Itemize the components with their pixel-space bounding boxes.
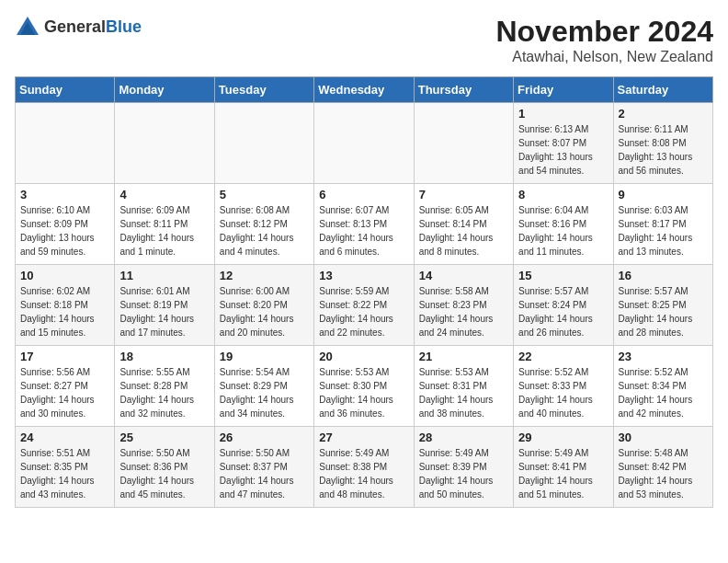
calendar-cell: 21Sunrise: 5:53 AMSunset: 8:31 PMDayligh… — [414, 346, 513, 427]
week-row-2: 3Sunrise: 6:10 AMSunset: 8:09 PMDaylight… — [16, 184, 713, 265]
day-info: Sunrise: 5:59 AMSunset: 8:22 PMDaylight:… — [319, 284, 408, 339]
calendar-cell: 6Sunrise: 6:07 AMSunset: 8:13 PMDaylight… — [314, 184, 414, 265]
day-number: 21 — [419, 350, 508, 363]
day-info: Sunrise: 5:49 AMSunset: 8:41 PMDaylight:… — [518, 446, 608, 501]
day-number: 11 — [119, 269, 209, 282]
day-number: 9 — [619, 188, 708, 201]
day-number: 15 — [518, 269, 608, 282]
day-number: 19 — [220, 350, 309, 363]
calendar-cell — [414, 103, 513, 184]
day-info: Sunrise: 6:13 AMSunset: 8:07 PMDaylight:… — [518, 122, 608, 178]
calendar-cell: 5Sunrise: 6:08 AMSunset: 8:12 PMDaylight… — [214, 184, 313, 265]
calendar-cell: 28Sunrise: 5:49 AMSunset: 8:39 PMDayligh… — [414, 427, 513, 508]
calendar-cell: 4Sunrise: 6:09 AMSunset: 8:11 PMDaylight… — [115, 184, 214, 265]
calendar-cell: 19Sunrise: 5:54 AMSunset: 8:29 PMDayligh… — [214, 346, 313, 427]
week-row-3: 10Sunrise: 6:02 AMSunset: 8:18 PMDayligh… — [16, 265, 713, 346]
calendar-cell: 15Sunrise: 5:57 AMSunset: 8:24 PMDayligh… — [514, 265, 613, 346]
col-header-saturday: Saturday — [613, 77, 712, 103]
day-info: Sunrise: 6:10 AMSunset: 8:09 PMDaylight:… — [20, 203, 109, 259]
day-number: 16 — [619, 269, 708, 282]
day-number: 4 — [119, 188, 209, 201]
col-header-monday: Monday — [115, 77, 214, 103]
day-info: Sunrise: 6:11 AMSunset: 8:08 PMDaylight:… — [619, 122, 708, 178]
calendar-cell: 16Sunrise: 5:57 AMSunset: 8:25 PMDayligh… — [613, 265, 712, 346]
day-info: Sunrise: 6:02 AMSunset: 8:18 PMDaylight:… — [20, 284, 109, 339]
day-number: 10 — [20, 269, 109, 282]
calendar-cell — [115, 103, 214, 184]
calendar-cell: 26Sunrise: 5:50 AMSunset: 8:37 PMDayligh… — [214, 427, 313, 508]
calendar-cell: 18Sunrise: 5:55 AMSunset: 8:28 PMDayligh… — [115, 346, 214, 427]
day-number: 23 — [619, 350, 708, 363]
day-number: 17 — [20, 350, 109, 363]
day-info: Sunrise: 5:57 AMSunset: 8:25 PMDaylight:… — [619, 284, 708, 339]
day-info: Sunrise: 6:00 AMSunset: 8:20 PMDaylight:… — [220, 284, 309, 339]
calendar-cell: 11Sunrise: 6:01 AMSunset: 8:19 PMDayligh… — [115, 265, 214, 346]
day-info: Sunrise: 5:49 AMSunset: 8:38 PMDaylight:… — [319, 446, 408, 501]
day-info: Sunrise: 6:03 AMSunset: 8:17 PMDaylight:… — [619, 203, 708, 259]
calendar-cell: 1Sunrise: 6:13 AMSunset: 8:07 PMDaylight… — [514, 103, 613, 184]
day-info: Sunrise: 5:51 AMSunset: 8:35 PMDaylight:… — [20, 446, 109, 501]
day-info: Sunrise: 5:56 AMSunset: 8:27 PMDaylight:… — [20, 365, 109, 420]
day-number: 25 — [119, 431, 209, 444]
calendar-cell: 22Sunrise: 5:52 AMSunset: 8:33 PMDayligh… — [514, 346, 613, 427]
calendar-cell: 17Sunrise: 5:56 AMSunset: 8:27 PMDayligh… — [16, 346, 115, 427]
day-number: 2 — [619, 107, 708, 121]
day-number: 30 — [619, 431, 708, 444]
day-info: Sunrise: 5:52 AMSunset: 8:34 PMDaylight:… — [619, 365, 708, 420]
day-info: Sunrise: 6:08 AMSunset: 8:12 PMDaylight:… — [220, 203, 309, 259]
calendar-cell: 20Sunrise: 5:53 AMSunset: 8:30 PMDayligh… — [314, 346, 414, 427]
day-info: Sunrise: 6:07 AMSunset: 8:13 PMDaylight:… — [319, 203, 408, 259]
day-number: 29 — [518, 431, 608, 444]
calendar-cell — [314, 103, 414, 184]
calendar-cell: 25Sunrise: 5:50 AMSunset: 8:36 PMDayligh… — [115, 427, 214, 508]
day-info: Sunrise: 6:01 AMSunset: 8:19 PMDaylight:… — [119, 284, 209, 339]
day-number: 6 — [319, 188, 408, 201]
calendar-cell: 30Sunrise: 5:48 AMSunset: 8:42 PMDayligh… — [613, 427, 712, 508]
day-number: 8 — [518, 188, 608, 201]
day-info: Sunrise: 5:53 AMSunset: 8:30 PMDaylight:… — [319, 365, 408, 420]
calendar-cell: 9Sunrise: 6:03 AMSunset: 8:17 PMDaylight… — [613, 184, 712, 265]
day-number: 27 — [319, 431, 408, 444]
calendar-cell: 3Sunrise: 6:10 AMSunset: 8:09 PMDaylight… — [16, 184, 115, 265]
day-info: Sunrise: 6:09 AMSunset: 8:11 PMDaylight:… — [119, 203, 209, 259]
calendar-cell: 24Sunrise: 5:51 AMSunset: 8:35 PMDayligh… — [16, 427, 115, 508]
col-header-thursday: Thursday — [414, 77, 513, 103]
day-number: 24 — [20, 431, 109, 444]
week-row-1: 1Sunrise: 6:13 AMSunset: 8:07 PMDaylight… — [16, 103, 713, 184]
calendar-cell: 7Sunrise: 6:05 AMSunset: 8:14 PMDaylight… — [414, 184, 513, 265]
calendar-cell: 8Sunrise: 6:04 AMSunset: 8:16 PMDaylight… — [514, 184, 613, 265]
day-number: 1 — [518, 107, 608, 121]
calendar-cell: 23Sunrise: 5:52 AMSunset: 8:34 PMDayligh… — [613, 346, 712, 427]
day-info: Sunrise: 5:52 AMSunset: 8:33 PMDaylight:… — [518, 365, 608, 420]
col-header-sunday: Sunday — [16, 77, 115, 103]
logo-icon — [15, 15, 40, 40]
calendar-header-row: SundayMondayTuesdayWednesdayThursdayFrid… — [16, 77, 713, 103]
calendar-cell: 13Sunrise: 5:59 AMSunset: 8:22 PMDayligh… — [314, 265, 414, 346]
day-number: 14 — [419, 269, 508, 282]
month-title: November 2024 — [495, 15, 713, 49]
day-info: Sunrise: 5:55 AMSunset: 8:28 PMDaylight:… — [119, 365, 209, 420]
week-row-5: 24Sunrise: 5:51 AMSunset: 8:35 PMDayligh… — [16, 427, 713, 508]
calendar: SundayMondayTuesdayWednesdayThursdayFrid… — [15, 76, 713, 508]
day-number: 18 — [119, 350, 209, 363]
col-header-tuesday: Tuesday — [214, 77, 313, 103]
location-title: Atawhai, Nelson, New Zealand — [495, 49, 713, 65]
col-header-friday: Friday — [514, 77, 613, 103]
header: GeneralBlue November 2024 Atawhai, Nelso… — [15, 15, 713, 65]
calendar-cell — [214, 103, 313, 184]
day-info: Sunrise: 6:04 AMSunset: 8:16 PMDaylight:… — [518, 203, 608, 259]
day-number: 13 — [319, 269, 408, 282]
day-number: 22 — [518, 350, 608, 363]
day-info: Sunrise: 5:57 AMSunset: 8:24 PMDaylight:… — [518, 284, 608, 339]
calendar-cell: 27Sunrise: 5:49 AMSunset: 8:38 PMDayligh… — [314, 427, 414, 508]
day-number: 7 — [419, 188, 508, 201]
week-row-4: 17Sunrise: 5:56 AMSunset: 8:27 PMDayligh… — [16, 346, 713, 427]
calendar-cell: 29Sunrise: 5:49 AMSunset: 8:41 PMDayligh… — [514, 427, 613, 508]
day-number: 26 — [220, 431, 309, 444]
logo-general: GeneralBlue — [44, 18, 142, 37]
calendar-cell: 14Sunrise: 5:58 AMSunset: 8:23 PMDayligh… — [414, 265, 513, 346]
col-header-wednesday: Wednesday — [314, 77, 414, 103]
calendar-cell — [16, 103, 115, 184]
day-number: 5 — [220, 188, 309, 201]
calendar-cell: 2Sunrise: 6:11 AMSunset: 8:08 PMDaylight… — [613, 103, 712, 184]
